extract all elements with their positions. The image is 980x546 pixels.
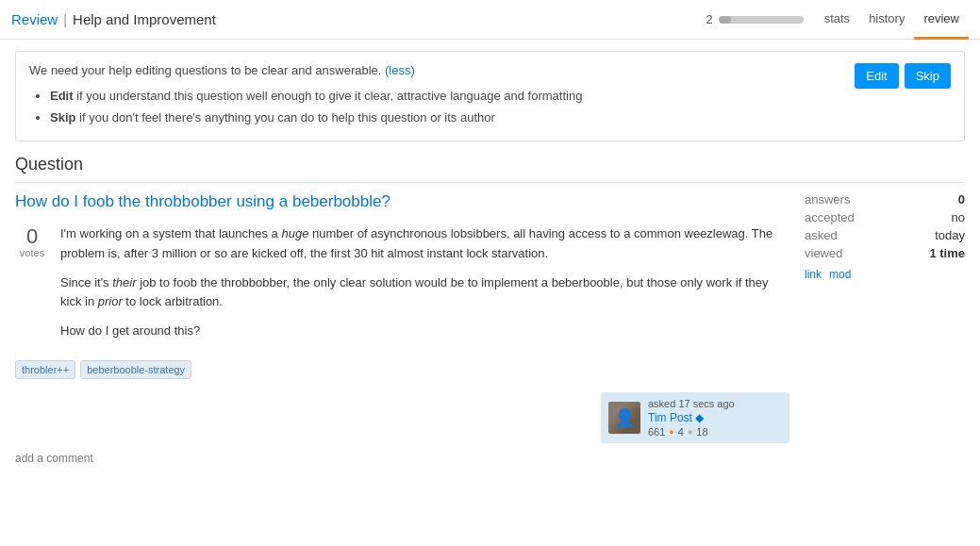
- nav-tabs: stats history review: [815, 0, 969, 40]
- user-card-row: 👤 asked 17 secs ago Tim Post ◆ 661 ● 4 ●: [15, 392, 789, 443]
- user-name-link[interactable]: Tim Post ◆: [648, 411, 735, 424]
- info-box-list: Edit if you understand this question wel…: [29, 87, 839, 126]
- edit-rest: if you understand this question well eno…: [74, 89, 583, 103]
- question-body-row: 0 votes I'm working on a system that lau…: [15, 224, 789, 351]
- vote-count: 0: [26, 226, 38, 247]
- user-silver: 18: [696, 426, 707, 438]
- progress-bar-fill: [719, 16, 732, 24]
- asked-label: asked: [805, 228, 838, 242]
- info-box-content: We need your help editing questions to b…: [29, 63, 839, 129]
- user-stats: 661 ● 4 ● 18: [648, 426, 735, 438]
- main-content: We need your help editing questions to b…: [0, 40, 980, 476]
- info-bullet-edit: Edit if you understand this question wel…: [50, 87, 839, 106]
- answers-label: answers: [805, 192, 850, 207]
- section-heading: Help and Improvement: [73, 11, 216, 27]
- sidebar-viewed-row: viewed 1 time: [805, 246, 965, 260]
- skip-button[interactable]: Skip: [905, 63, 951, 89]
- sidebar-answers-row: answers 0: [805, 192, 965, 207]
- progress-count: 2: [706, 12, 712, 26]
- progress-bar: [719, 16, 804, 24]
- vote-column: 0 votes: [15, 224, 49, 351]
- link-link[interactable]: link: [805, 268, 822, 281]
- user-rep: 661: [648, 426, 665, 438]
- review-breadcrumb-link[interactable]: Review: [11, 11, 58, 27]
- question-title[interactable]: How do I foob the throbbobber using a be…: [15, 192, 789, 211]
- asked-time: asked 17 secs ago: [648, 398, 735, 409]
- progress-container: 2: [706, 12, 803, 26]
- less-link[interactable]: (less): [385, 63, 415, 77]
- answers-value: 0: [958, 192, 965, 207]
- question-sidebar: answers 0 accepted no asked today viewed…: [805, 192, 965, 465]
- user-card: 👤 asked 17 secs ago Tim Post ◆ 661 ● 4 ●: [601, 392, 789, 443]
- vote-label: votes: [20, 247, 44, 258]
- user-display-name: Tim Post: [648, 411, 692, 424]
- user-gold: 4: [678, 426, 684, 438]
- page-title-area: Review | Help and Improvement: [11, 11, 706, 27]
- post-paragraph-2: Since it's their job to foob the throbbo…: [60, 273, 789, 313]
- post-paragraph-1: I'm working on a system that launches a …: [60, 224, 789, 264]
- skip-rest: if you don't feel there's anything you c…: [75, 110, 494, 124]
- post-content: I'm working on a system that launches a …: [60, 224, 789, 351]
- breadcrumb-separator: |: [63, 11, 67, 27]
- info-box-buttons: Edit Skip: [855, 63, 951, 89]
- top-bar-right: 2 stats history review: [706, 0, 969, 40]
- tab-stats[interactable]: stats: [815, 0, 859, 40]
- skip-bold: Skip: [50, 110, 75, 124]
- tag-throbler[interactable]: throbler++: [15, 360, 75, 379]
- top-bar: Review | Help and Improvement 2 stats hi…: [0, 0, 980, 40]
- viewed-value: 1 time: [929, 246, 965, 260]
- sidebar-asked-row: asked today: [805, 228, 965, 242]
- avatar-image: 👤: [608, 402, 640, 434]
- info-box: We need your help editing questions to b…: [15, 51, 965, 141]
- viewed-label: viewed: [805, 246, 842, 260]
- tab-review[interactable]: review: [914, 0, 969, 40]
- info-box-main-text: We need your help editing questions to b…: [29, 63, 381, 77]
- avatar: 👤: [608, 402, 640, 434]
- gold-dot: ●: [669, 427, 673, 437]
- tab-history[interactable]: history: [859, 0, 914, 40]
- user-info: asked 17 secs ago Tim Post ◆ 661 ● 4 ● 1…: [648, 398, 735, 438]
- asked-value: today: [935, 228, 965, 242]
- edit-bold: Edit: [50, 89, 74, 103]
- tags-row: throbler++ beberbooble-strategy: [15, 360, 789, 379]
- question-section-title: Question: [15, 155, 965, 183]
- silver-dot: ●: [688, 427, 692, 437]
- sidebar-links: link mod: [805, 268, 965, 281]
- post-paragraph-3: How do I get around this?: [60, 322, 789, 341]
- add-comment-link[interactable]: add a comment: [15, 452, 93, 465]
- info-bullet-skip: Skip if you don't feel there's anything …: [50, 108, 839, 127]
- edit-button[interactable]: Edit: [855, 63, 898, 89]
- info-box-text: We need your help editing questions to b…: [29, 63, 839, 77]
- sidebar-accepted-row: accepted no: [805, 210, 965, 224]
- question-area: How do I foob the throbbobber using a be…: [15, 192, 965, 465]
- diamond-icon: ◆: [695, 411, 704, 424]
- accepted-value: no: [952, 210, 965, 224]
- question-main: How do I foob the throbbobber using a be…: [15, 192, 789, 465]
- tag-beberbooble[interactable]: beberbooble-strategy: [80, 360, 191, 379]
- mod-link[interactable]: mod: [829, 268, 851, 281]
- accepted-label: accepted: [805, 210, 855, 224]
